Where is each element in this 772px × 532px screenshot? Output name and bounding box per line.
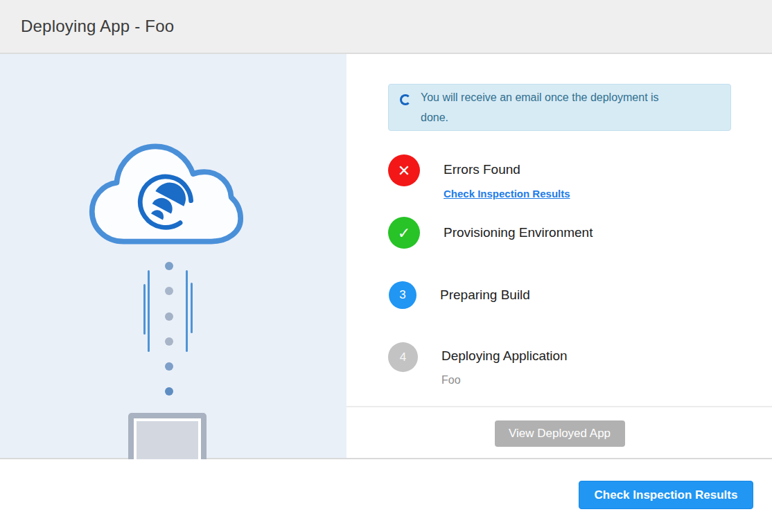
dialog-header: Deploying App - Foo — [0, 0, 772, 54]
flow-dot — [165, 387, 173, 396]
flow-line — [186, 270, 188, 352]
step-title: Preparing Build — [440, 287, 530, 303]
flow-dot — [165, 337, 173, 346]
dialog-body: You will receive an email once the deplo… — [0, 54, 772, 459]
success-check-icon: ✓ — [388, 217, 420, 249]
step-preparing-build: 3 Preparing Build — [388, 281, 731, 309]
flow-dot — [165, 287, 173, 295]
step-provisioning-environment: ✓ Provisioning Environment — [388, 217, 731, 249]
cloud-logo-icon — [85, 136, 246, 254]
flow-line — [191, 283, 193, 333]
check-inspection-results-link[interactable]: Check Inspection Results — [444, 188, 570, 200]
deployment-steps-list: ✕ Errors Found Check Inspection Results … — [388, 154, 731, 387]
page-title: Deploying App - Foo — [21, 17, 174, 36]
dialog-footer: Check Inspection Results — [0, 459, 772, 529]
step-title: Errors Found — [444, 161, 570, 178]
view-deployed-app-button[interactable]: View Deployed App — [495, 420, 625, 447]
flow-line — [148, 270, 150, 352]
banner-text: You will receive an email once the deplo… — [421, 87, 687, 127]
flow-dot — [165, 362, 173, 371]
flow-dot — [165, 262, 173, 270]
app-name-label: Foo — [441, 373, 568, 387]
email-notification-banner: You will receive an email once the deplo… — [388, 84, 731, 131]
flow-dot — [165, 312, 173, 321]
monitor-screen — [137, 421, 198, 462]
step-errors-found: ✕ Errors Found Check Inspection Results — [388, 154, 731, 200]
step-number-badge: 4 — [388, 342, 418, 372]
flow-line — [143, 284, 146, 335]
deployment-illustration-panel — [0, 54, 346, 458]
step-deploying-application: 4 Deploying Application Foo — [388, 342, 731, 387]
step-title: Provisioning Environment — [444, 224, 593, 241]
check-inspection-results-button[interactable]: Check Inspection Results — [579, 481, 753, 509]
error-icon: ✕ — [388, 154, 420, 186]
deployment-status-panel: You will receive an email once the deplo… — [346, 54, 772, 458]
step-title: Deploying Application — [441, 348, 568, 364]
step-number-badge: 3 — [389, 281, 416, 309]
loading-spinner-icon — [400, 94, 411, 105]
